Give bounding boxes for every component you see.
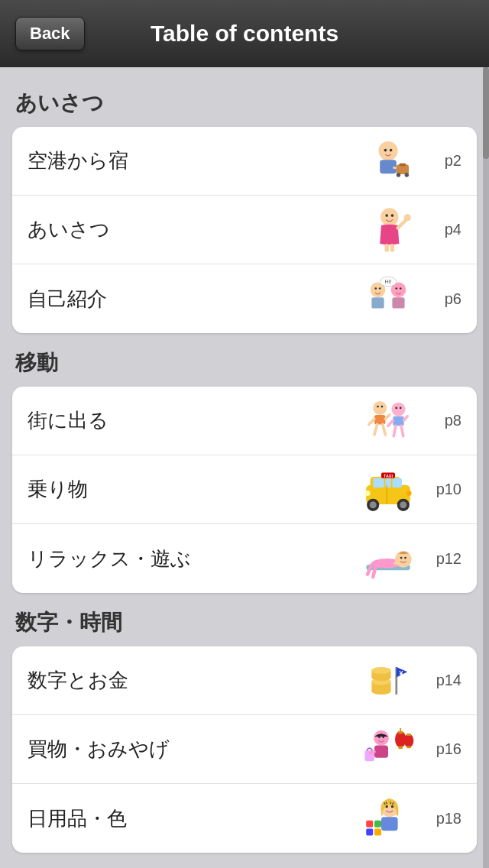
svg-line-9 [393,167,397,168]
svg-point-22 [400,287,402,290]
card-travel: 街に出る [12,387,477,593]
svg-line-41 [401,426,403,436]
svg-point-3 [390,148,393,151]
svg-point-68 [371,667,390,674]
svg-line-39 [404,416,408,419]
svg-point-36 [400,406,402,409]
svg-rect-15 [390,244,394,252]
item-illustration-transport: TAXI [358,463,419,517]
svg-line-33 [383,424,386,435]
scrollbar-track [483,67,489,868]
svg-line-84 [371,751,374,753]
svg-point-8 [405,173,409,177]
item-page: p6 [431,290,461,308]
item-illustration-selfintro: Hi! [358,272,419,326]
svg-rect-74 [399,746,403,749]
svg-rect-94 [374,821,381,828]
section-heading-numbers: 数字・時間 [12,608,477,637]
list-item[interactable]: 乗り物 [12,455,477,524]
svg-rect-37 [393,416,403,426]
svg-point-27 [377,405,379,407]
item-text: 日用品・色 [28,805,358,832]
item-page: p4 [431,221,461,238]
svg-point-12 [391,214,394,217]
svg-point-54 [364,490,370,495]
svg-text:¥: ¥ [400,669,403,676]
list-item[interactable]: リラックス・遊ぶ [12,524,477,593]
list-item[interactable]: 街に出る [12,387,477,455]
item-text: 乗り物 [28,476,358,503]
back-button[interactable]: Back [15,17,85,50]
item-text: 数字とお金 [28,667,358,694]
card-greetings: 空港から宿 [12,127,477,333]
svg-rect-96 [374,829,381,836]
svg-rect-14 [385,244,389,252]
list-item[interactable]: 買物・おみやげ [12,715,477,784]
list-item[interactable]: 日用品・色 [12,784,477,853]
scrollbar-thumb[interactable] [483,67,489,159]
svg-line-31 [385,414,389,418]
svg-point-55 [406,490,411,495]
svg-line-38 [388,420,393,426]
svg-rect-44 [373,478,384,487]
item-page: p16 [431,740,461,758]
svg-point-59 [400,557,403,559]
svg-text:Hi!: Hi! [385,278,392,285]
content-scroll[interactable]: あいさつ 空港から宿 [0,67,489,868]
list-item[interactable]: 空港から宿 [12,127,477,196]
svg-line-32 [374,424,377,435]
svg-point-11 [385,214,388,217]
item-text: 自己紹介 [28,286,358,313]
svg-rect-6 [399,163,406,166]
svg-rect-19 [371,297,384,308]
svg-point-49 [370,501,377,508]
svg-point-26 [373,400,387,414]
svg-rect-92 [381,817,398,831]
svg-point-35 [395,406,397,409]
svg-rect-73 [399,730,403,734]
item-illustration-daily [358,792,419,845]
svg-line-30 [369,419,374,424]
svg-point-60 [404,557,406,559]
svg-point-13 [404,214,411,221]
svg-rect-82 [374,745,388,757]
item-illustration-shopping [358,723,419,776]
item-page: p10 [431,481,461,498]
navigation-bar: Back Table of contents [0,0,489,67]
svg-rect-5 [397,164,409,174]
svg-point-18 [379,287,381,290]
item-illustration-money: ¥ [358,654,419,708]
item-illustration-airport [358,134,419,188]
item-text: リラックス・遊ぶ [28,546,358,572]
item-text: 買物・おみやげ [28,736,358,763]
svg-point-2 [384,148,387,151]
svg-rect-46 [385,478,390,487]
svg-rect-29 [374,414,385,424]
item-page: p18 [431,810,461,828]
list-item[interactable]: 自己紹介 Hi! [12,264,477,333]
item-text: 街に出る [28,407,358,434]
svg-text:TAXI: TAXI [384,473,393,478]
section-heading-greetings: あいさつ [12,89,477,118]
item-illustration-relax [358,532,419,585]
item-page: p12 [431,550,461,568]
svg-rect-78 [406,746,410,748]
svg-point-80 [378,736,381,738]
svg-point-87 [391,805,393,808]
svg-point-7 [397,173,400,177]
svg-point-28 [381,405,384,407]
svg-point-10 [381,208,398,225]
svg-rect-93 [366,821,373,828]
svg-point-51 [400,501,406,508]
svg-point-86 [386,805,388,808]
item-illustration-gotown [358,394,419,448]
list-item[interactable]: 数字とお金 ¥ p14 [12,646,477,715]
item-text: あいさつ [28,216,358,243]
section-heading-travel: 移動 [12,348,477,377]
svg-rect-45 [392,478,402,487]
item-page: p2 [431,152,461,170]
card-numbers: 数字とお金 ¥ p14 [12,646,477,853]
list-item[interactable]: あいさつ [12,196,477,264]
svg-point-21 [395,287,397,290]
item-page: p8 [431,412,461,429]
